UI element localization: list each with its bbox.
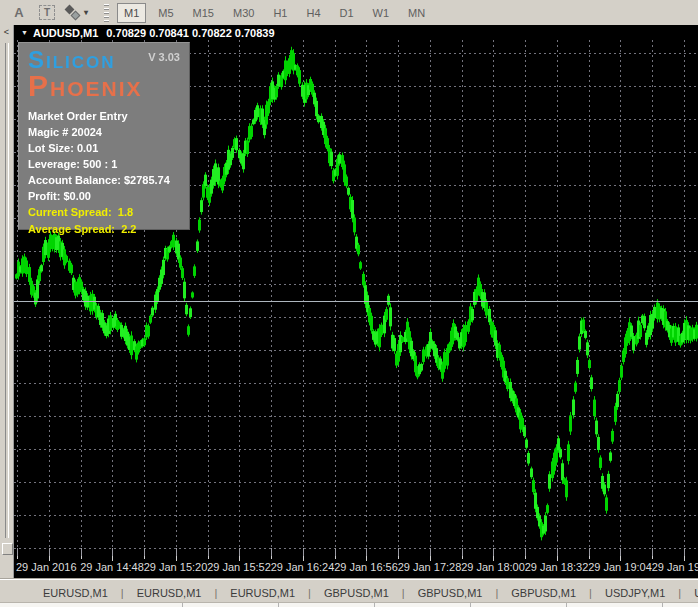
- timeframe-button-m1[interactable]: M1: [117, 3, 146, 23]
- chart-tab[interactable]: GBPUSD,M1: [498, 587, 589, 599]
- time-axis-tick: [335, 556, 336, 559]
- mt4-application-window: A T ▾ M1M5M15M30H1H4D1W1MN < ▼ AUDUSD,M1…: [0, 0, 698, 607]
- ea-brand-line2: Phoenix: [28, 72, 180, 99]
- timeframe-button-m5[interactable]: M5: [151, 3, 180, 23]
- collapse-panel-button[interactable]: <: [1, 26, 12, 38]
- ea-account-balance: Account Balance: $2785.74: [28, 172, 180, 188]
- panel-splitter[interactable]: [5, 43, 9, 538]
- timeframe-toolbar: M1M5M15M30H1H4D1W1MN: [117, 3, 437, 23]
- arrow-style-tool-button[interactable]: ▾: [64, 3, 96, 23]
- time-axis-tick: [589, 556, 590, 559]
- chart-tab[interactable]: USDJPY,M1: [681, 587, 698, 599]
- chart-tab[interactable]: GBPUSD,M1: [405, 587, 496, 599]
- left-panel-strip: <: [0, 25, 14, 578]
- splitter-handle[interactable]: [2, 543, 13, 555]
- time-axis-label: 29 Jan 19:36: [652, 561, 698, 573]
- time-axis-label: 29 Jan 14:48: [80, 561, 144, 573]
- timeframe-button-d1[interactable]: D1: [333, 3, 361, 23]
- statusbar-tick: [470, 603, 471, 607]
- timeframe-button-m30[interactable]: M30: [226, 3, 261, 23]
- time-axis-label: 29 Jan 15:20: [144, 561, 208, 573]
- timeframe-button-h1[interactable]: H1: [266, 3, 294, 23]
- chart-title-bar: ▼ AUDUSD,M1 0.70829 0.70841 0.70822 0.70…: [14, 25, 698, 40]
- chart-tab[interactable]: USDJPY,M1: [592, 587, 678, 599]
- time-axis[interactable]: 29 Jan 201629 Jan 14:4829 Jan 15:2029 Ja…: [14, 556, 698, 578]
- timeframe-button-m15[interactable]: M15: [186, 3, 221, 23]
- time-axis-label: 29 Jan 17:28: [398, 561, 462, 573]
- time-axis-tick: [462, 556, 463, 559]
- time-axis-label: 29 Jan 18:00: [461, 561, 525, 573]
- ea-profit: Profit: $0.00: [28, 188, 180, 204]
- chart-tab[interactable]: EURUSD,M1: [217, 587, 308, 599]
- chart-ohlc-quotes: 0.70829 0.70841 0.70822 0.70839: [106, 27, 274, 39]
- ea-version: V 3.03: [148, 51, 180, 63]
- arrow-style-icon: [64, 5, 82, 21]
- time-axis-tick: [652, 556, 653, 559]
- chart-window: ▼ AUDUSD,M1 0.70829 0.70841 0.70822 0.70…: [14, 25, 698, 578]
- time-axis-tick: [81, 556, 82, 559]
- chart-tabs-bar: EURUSD,M1|EURUSD,M1|EURUSD,M1|GBPUSD,M1|…: [0, 583, 698, 602]
- font-tool-button[interactable]: A: [8, 3, 30, 23]
- ea-info-panel: Silicon V 3.03 Phoenix Market Order Entr…: [18, 42, 190, 230]
- statusbar-tick: [566, 603, 567, 607]
- time-axis-label: 29 Jan 2016: [16, 561, 77, 573]
- chart-symbol-title: AUDUSD,M1: [33, 27, 98, 39]
- timeframe-button-h4[interactable]: H4: [299, 3, 327, 23]
- ea-magic-number: Magic # 20024: [28, 124, 180, 140]
- statusbar-tick: [374, 603, 375, 607]
- label-tool-button[interactable]: T: [36, 3, 58, 23]
- time-axis-tick: [525, 556, 526, 559]
- ea-current-spread: Current Spread: 1.8: [28, 204, 180, 221]
- statusbar-tick: [278, 603, 279, 607]
- chart-tab[interactable]: GBPUSD,M1: [311, 587, 402, 599]
- chart-collapse-icon[interactable]: ▼: [21, 29, 28, 36]
- timeframe-button-w1[interactable]: W1: [366, 3, 397, 23]
- statusbar-tick: [662, 603, 663, 607]
- ea-info-lines: Market Order Entry Magic # 20024 Lot Siz…: [28, 108, 180, 238]
- time-axis-label: 29 Jan 19:04: [588, 561, 652, 573]
- ea-order-mode: Market Order Entry: [28, 108, 180, 124]
- bottom-strip: [0, 602, 698, 607]
- ea-brand: Silicon V 3.03 Phoenix: [28, 47, 180, 99]
- time-axis-tick: [144, 556, 145, 559]
- chart-tab[interactable]: EURUSD,M1: [124, 587, 215, 599]
- ea-average-spread: Average Spread: 2.2: [28, 221, 180, 238]
- time-axis-label: 29 Jan 16:56: [334, 561, 398, 573]
- time-axis-tick: [398, 556, 399, 559]
- time-axis-label: 29 Jan 15:52: [207, 561, 271, 573]
- dropdown-caret-icon: ▾: [84, 8, 88, 17]
- time-axis-label: 29 Jan 16:24: [271, 561, 335, 573]
- toolbar: A T ▾ M1M5M15M30H1H4D1W1MN: [0, 0, 698, 25]
- toolbar-grip[interactable]: [104, 4, 109, 22]
- time-axis-label: 29 Jan 18:32: [525, 561, 589, 573]
- chart-tab[interactable]: EURUSD,M1: [30, 587, 121, 599]
- statusbar-tick: [182, 603, 183, 607]
- ea-lot-size: Lot Size: 0.01: [28, 140, 180, 156]
- timeframe-button-mn[interactable]: MN: [401, 3, 432, 23]
- time-axis-tick: [17, 556, 18, 559]
- time-axis-tick: [208, 556, 209, 559]
- time-axis-tick: [271, 556, 272, 559]
- text-label-icon: T: [39, 5, 55, 20]
- ea-leverage: Leverage: 500 : 1: [28, 156, 180, 172]
